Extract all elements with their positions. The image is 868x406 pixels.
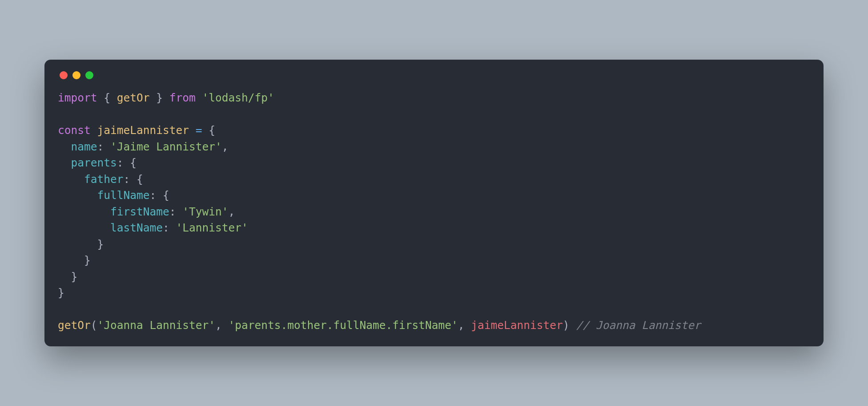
prop-firstname: firstName xyxy=(110,205,169,218)
code-window: import { getOr } from 'lodash/fp' const … xyxy=(44,60,824,346)
arg-jaime: jaimeLannister xyxy=(471,319,563,332)
ident-getor: getOr xyxy=(117,91,150,104)
string-module: 'lodash/fp' xyxy=(196,91,274,104)
prop-lastname: lastName xyxy=(110,221,163,234)
maximize-icon[interactable] xyxy=(85,71,93,79)
code-block: import { getOr } from 'lodash/fp' const … xyxy=(58,90,810,334)
prop-name: name xyxy=(71,140,97,153)
keyword-from: from xyxy=(169,91,196,104)
prop-fullname: fullName xyxy=(97,189,150,202)
var-jaime: jaimeLannister xyxy=(97,124,189,137)
prop-parents: parents xyxy=(71,156,117,169)
minimize-icon[interactable] xyxy=(72,71,80,79)
keyword-const: const xyxy=(58,124,91,137)
call-getor: getOr xyxy=(58,319,91,332)
keyword-import: import xyxy=(58,91,97,104)
comment-result: // Joanna Lannister xyxy=(576,319,700,332)
window-controls xyxy=(58,69,810,90)
close-icon[interactable] xyxy=(60,71,68,79)
prop-father: father xyxy=(84,173,124,186)
